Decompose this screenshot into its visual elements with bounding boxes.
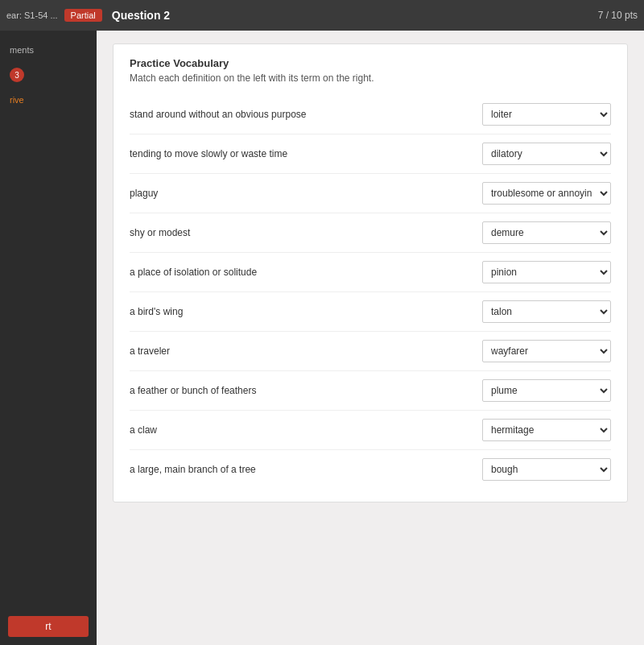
points-display: 7 / 10 pts — [598, 10, 638, 21]
question-card: Practice Vocabulary Match each definitio… — [113, 43, 628, 502]
partial-badge: Partial — [64, 9, 102, 22]
table-row: tending to move slowly or waste timeloit… — [130, 134, 611, 173]
answer-select-5[interactable]: loiterdilatorytroublesome or annoyingdem… — [482, 300, 611, 323]
table-row: a bird's wingloiterdilatorytroublesome o… — [130, 291, 611, 331]
definition-8: a claw — [130, 424, 482, 437]
definition-2: plaguy — [130, 187, 482, 201]
answer-select-6[interactable]: loiterdilatorytroublesome or annoyingdem… — [482, 340, 611, 362]
submit-button[interactable]: rt — [8, 616, 89, 637]
sidebar: ments 3 rive — [0, 31, 97, 645]
section-title: Practice Vocabulary — [130, 57, 611, 69]
sidebar-item-ments[interactable]: ments — [0, 39, 97, 61]
question-title: Question 2 — [112, 9, 170, 22]
answer-select-4[interactable]: loiterdilatorytroublesome or annoyingdem… — [482, 261, 611, 283]
table-row: a travelerloiterdilatorytroublesome or a… — [130, 331, 611, 370]
table-row: shy or modestloiterdilatorytroublesome o… — [130, 213, 611, 252]
table-row: a place of isolation or solitudeloiterdi… — [130, 252, 611, 291]
match-rows-container: stand around without an obvious purposel… — [130, 95, 611, 489]
table-row: stand around without an obvious purposel… — [130, 95, 611, 134]
sidebar-item-rive[interactable]: rive — [0, 89, 97, 111]
bottom-bar: rt — [0, 608, 97, 645]
main-content: Practice Vocabulary Match each definitio… — [97, 31, 644, 645]
table-row: plaguyloiterdilatorytroublesome or annoy… — [130, 173, 611, 213]
answer-select-8[interactable]: loiterdilatorytroublesome or annoyingdem… — [482, 419, 611, 441]
sidebar-label-ments: ments — [10, 45, 34, 55]
table-row: a large, main branch of a treeloiterdila… — [130, 449, 611, 489]
definition-4: a place of isolation or solitude — [130, 266, 482, 279]
answer-select-1[interactable]: loiterdilatorytroublesome or annoyingdem… — [482, 143, 611, 165]
table-row: a feather or bunch of feathersloiterdila… — [130, 370, 611, 410]
answer-select-3[interactable]: loiterdilatorytroublesome or annoyingdem… — [482, 221, 611, 244]
definition-0: stand around without an obvious purpose — [130, 108, 482, 122]
answer-select-9[interactable]: loiterdilatorytroublesome or annoyingdem… — [482, 458, 611, 481]
definition-1: tending to move slowly or waste time — [130, 147, 482, 161]
top-bar: ear: S1-54 ... Partial Question 2 7 / 10… — [0, 0, 644, 31]
answer-select-7[interactable]: loiterdilatorytroublesome or annoyingdem… — [482, 379, 611, 402]
sidebar-label-rive: rive — [10, 95, 24, 105]
table-row: a clawloiterdilatorytroublesome or annoy… — [130, 410, 611, 449]
definition-6: a traveler — [130, 345, 482, 358]
definition-5: a bird's wing — [130, 305, 482, 319]
definition-7: a feather or bunch of feathers — [130, 384, 482, 398]
definition-3: shy or modest — [130, 226, 482, 240]
sidebar-badge: 3 — [10, 68, 24, 82]
section-desc: Match each definition on the left with i… — [130, 72, 611, 84]
breadcrumb: ear: S1-54 ... — [6, 10, 58, 20]
answer-select-2[interactable]: loiterdilatorytroublesome or annoyingdem… — [482, 182, 611, 205]
definition-9: a large, main branch of a tree — [130, 463, 482, 477]
answer-select-0[interactable]: loiterdilatorytroublesome or annoyingdem… — [482, 103, 611, 126]
